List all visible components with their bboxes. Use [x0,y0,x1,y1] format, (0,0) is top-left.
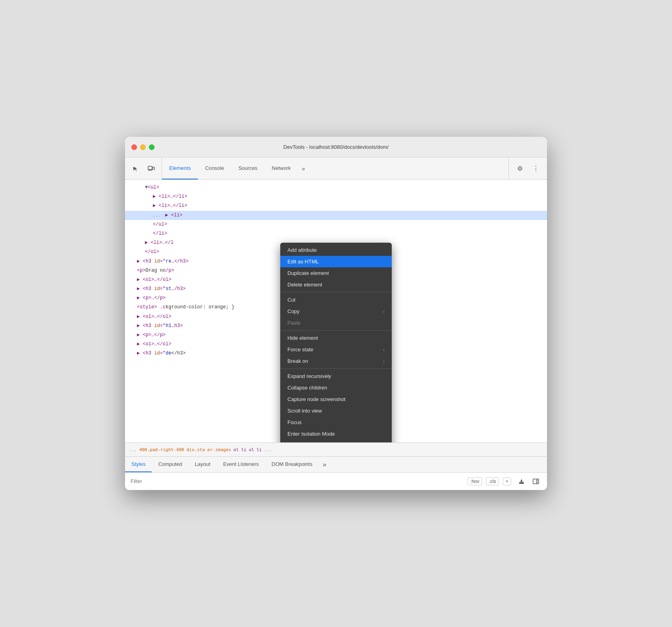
ctx-duplicate-element[interactable]: Duplicate element [280,267,392,279]
ctx-force-state-arrow: › [383,347,385,352]
tag-content: </li> [153,231,167,236]
svg-rect-0 [148,166,152,169]
ctx-scroll-into-view[interactable]: Scroll into view [280,405,392,417]
ctx-separator-1 [280,292,392,292]
breadcrumb-start-dots[interactable]: ... [129,447,137,452]
filter-bar: :hov .cls + [125,473,547,490]
tab-elements[interactable]: Elements [162,158,198,179]
breadcrumb-item-1[interactable]: 400.pad-right-400 [139,447,184,452]
inspect-icon[interactable] [129,162,142,175]
hov-badge[interactable]: :hov [467,477,482,485]
window-title: DevTools - localhost:8080/docs/devtools/… [283,144,389,150]
breadcrumb-item-2[interactable]: div.sta [186,447,205,452]
tag-content: ▶ <li>…</li> [153,203,187,208]
dom-line[interactable]: ▶ <li>…</li> [125,201,547,210]
tag-content: <style> .c [137,304,166,310]
toolbar-left [125,158,162,179]
dom-line[interactable]: </ul> [125,220,547,229]
tag-content: ▶ <p>…</p> [137,332,166,338]
ctx-delete-element[interactable]: Delete element [280,279,392,290]
tag-content: ▶ <h3 id="re [137,259,171,264]
ctx-collapse-children[interactable]: Collapse children [280,382,392,393]
tab-computed[interactable]: Computed [152,457,188,472]
tag-content: ▶ <li> [165,212,182,218]
tag-content: ▼<ul> [145,185,159,190]
breadcrumb-item-5[interactable]: li [241,447,246,452]
svg-rect-1 [152,167,154,169]
ctx-paste: Paste [280,317,392,329]
dom-line[interactable]: </li> [125,229,547,238]
tag-content: ▶ <li>…</li> [153,194,187,199]
text-content: Drag no [146,268,166,273]
dom-line[interactable]: ▶ <li>…</li> [125,192,547,201]
tab-event-listeners[interactable]: Event Listeners [217,457,265,472]
ctx-badge-settings[interactable]: Badge settings... [280,440,392,442]
ctx-enter-isolation-mode[interactable]: Enter Isolation Mode [280,428,392,440]
ctx-break-on[interactable]: Break on › [280,355,392,367]
tab-console[interactable]: Console [198,158,231,179]
toggle-sidebar-icon[interactable] [530,476,541,487]
filter-badges: :hov .cls + [467,477,511,485]
tag-content: ▶ <p>…</p> [137,295,166,301]
more-options-icon[interactable]: ⋮ [529,162,542,175]
tab-styles[interactable]: Styles [125,457,152,472]
tag-suffix: … [171,286,174,292]
filter-icons [516,476,541,487]
svg-rect-6 [537,479,538,483]
ctx-cut[interactable]: Cut [280,294,392,306]
add-badge[interactable]: + [503,477,511,485]
dots-indicator: ... [153,213,161,218]
ctx-edit-as-html[interactable]: Edit as HTML [280,256,392,267]
filter-input[interactable] [131,478,463,484]
tag-content: ▶ <ol>…</ol> [137,314,171,319]
device-toggle-icon[interactable] [145,162,158,175]
ctx-hide-element[interactable]: Hide element [280,332,392,344]
dom-line-highlighted[interactable]: ... ▶ <li> [125,211,547,220]
tag-content: </ul> [153,222,167,227]
ctx-expand-recursively[interactable]: Expand recursively [280,370,392,382]
more-tabs-button[interactable]: » [298,158,309,179]
tag-content: <p> [137,268,146,273]
bottom-tabs: Styles Computed Layout Event Listeners D… [125,457,547,473]
tab-sources[interactable]: Sources [231,158,265,179]
context-menu: Add attribute Edit as HTML Duplicate ele… [280,243,392,442]
tag-suffix: </h3> [171,350,186,356]
style-content: kground-color: orange; } [166,304,234,310]
minimize-button[interactable] [140,144,146,150]
ctx-add-attribute[interactable]: Add attribute [280,244,392,256]
bottom-more-tabs[interactable]: » [319,457,330,472]
ctx-force-state[interactable]: Force state › [280,344,392,355]
breadcrumb-item-3[interactable]: er-images [207,447,231,452]
breadcrumb-item-6[interactable]: ul [249,447,254,452]
tag-content: ▶ <h3 id="st [137,286,171,292]
tag-suffix: … [171,323,174,329]
ctx-focus[interactable]: Focus [280,417,392,428]
cls-badge[interactable]: .cls [486,477,499,485]
tag-content: ▶ <h3 id="de [137,350,171,356]
ctx-break-on-arrow: › [383,359,385,364]
dom-panel: ▼<ul> ▶ <li>…</li> ▶ <li>…</li> ... ▶ <l… [125,180,547,442]
settings-icon[interactable]: ⚙ [514,162,526,175]
tab-layout[interactable]: Layout [188,457,217,472]
tag-content: </ol> [145,249,159,255]
tag-content: ▶ <ol>…</ol> [137,277,171,282]
ctx-copy-arrow: › [383,309,385,314]
tab-dom-breakpoints[interactable]: DOM Breakpoints [265,457,319,472]
paint-icon[interactable] [516,476,527,487]
maximize-button[interactable] [149,144,154,150]
close-button[interactable] [131,144,137,150]
title-bar: DevTools - localhost:8080/docs/devtools/… [125,137,547,158]
ctx-capture-screenshot[interactable]: Capture node screenshot [280,393,392,405]
ctx-copy[interactable]: Copy › [280,306,392,317]
toolbar-right: ⚙ ⋮ [508,158,547,179]
tag-content: ▶ <ol>…</ol> [137,341,171,347]
tag-suffix: … [171,259,174,264]
traffic-lights [131,144,154,150]
dom-line[interactable]: ▼<ul> [125,183,547,192]
breadcrumb-end-dots[interactable]: ... [264,447,272,452]
ctx-separator-2 [280,330,392,331]
breadcrumb-item-7[interactable]: li [256,447,262,452]
breadcrumb-item-4[interactable]: ol [233,447,238,452]
toolbar-tabs: Elements Console Sources Network » [162,158,508,179]
tab-network[interactable]: Network [265,158,298,179]
